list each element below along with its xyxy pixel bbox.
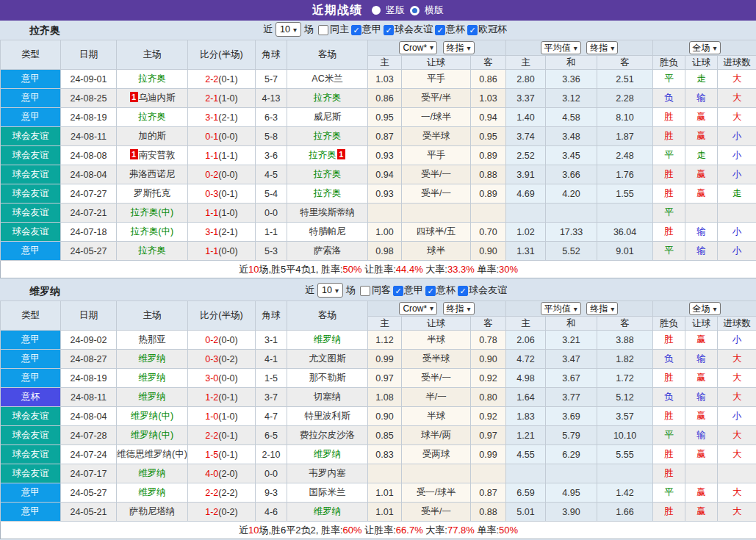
recent-count-select[interactable]: 10▾ bbox=[317, 283, 343, 298]
page: 近期战绩 竖版 横版 拉齐奥 近 10▾ 场 同主 ✓意甲✓球会友谊✓意杯✓欧冠… bbox=[0, 0, 756, 540]
away-team: 尤文图斯 bbox=[287, 350, 368, 369]
same-venue-checkbox[interactable] bbox=[318, 25, 328, 35]
average-final-select[interactable]: 终指▾ bbox=[586, 41, 618, 54]
goals-result-cell: 大 bbox=[718, 445, 756, 464]
league-checkbox-球会友谊[interactable]: ✓ bbox=[458, 286, 468, 296]
summary-stat-value: 50% bbox=[499, 525, 518, 536]
goals-result-cell: 大 bbox=[718, 350, 756, 369]
avg-away-odds: 1.87 bbox=[597, 127, 653, 146]
match-date: 24-08-11 bbox=[61, 388, 117, 407]
horizontal-layout-radio[interactable] bbox=[410, 6, 420, 15]
average-select[interactable]: 平均值▾ bbox=[541, 41, 581, 54]
avg-draw-odds: 3.45 bbox=[546, 146, 597, 165]
halftime-score: (0-2) bbox=[218, 354, 237, 364]
avg-away-odds: 2.48 bbox=[597, 146, 653, 165]
summary-text: 让胜率: bbox=[362, 525, 396, 536]
away-team-name: 那不勒斯 bbox=[309, 372, 346, 383]
league-checkbox-欧冠杯[interactable]: ✓ bbox=[467, 25, 478, 35]
away-team: 维罗纳 bbox=[287, 445, 368, 464]
corner-score: 6-5 bbox=[256, 426, 287, 445]
avg-draw-odds: 3.77 bbox=[546, 388, 597, 407]
col-type: 类型 bbox=[1, 40, 61, 70]
score-cell: 0-1(0-0) bbox=[188, 127, 256, 146]
league-badge: 球会友谊 bbox=[1, 127, 61, 146]
summary-stat-value: 10 bbox=[248, 525, 259, 536]
average-select[interactable]: 平均值▾ bbox=[541, 302, 581, 315]
bookmaker-select[interactable]: Crow*▾ bbox=[399, 302, 437, 315]
home-team: 拉齐奥 bbox=[117, 108, 188, 127]
summary-text: 场,胜6平2负2, 胜率: bbox=[259, 525, 342, 536]
away-team-name: 切塞纳 bbox=[314, 392, 342, 402]
same-venue-checkbox[interactable] bbox=[360, 286, 370, 296]
league-checkbox-球会友谊[interactable]: ✓ bbox=[384, 25, 394, 35]
vertical-layout-radio[interactable] bbox=[372, 6, 381, 15]
away-team-name: 维罗纳 bbox=[314, 334, 342, 345]
home-team: 弗洛西诺尼 bbox=[117, 165, 188, 184]
avg-home-odds: 1.40 bbox=[506, 108, 546, 127]
odds-away: 0.80 bbox=[471, 388, 506, 407]
recent-count-select[interactable]: 10▾ bbox=[276, 22, 301, 37]
handicap-line: 受半/一 bbox=[402, 184, 471, 204]
fulltime-select[interactable]: 全场▾ bbox=[689, 302, 721, 315]
odds-away: 0.94 bbox=[471, 108, 506, 127]
bookmaker-final-select[interactable]: 终指▾ bbox=[443, 41, 475, 54]
away-team: 切塞纳 bbox=[287, 388, 368, 407]
col-avg-draw: 和 bbox=[546, 56, 597, 70]
league-filters: ✓意甲✓球会友谊✓意杯✓欧冠杯 bbox=[349, 23, 507, 36]
bookmaker-select-cell: Crow*▾ 终指▾ bbox=[368, 40, 506, 56]
away-team: 维罗纳 bbox=[287, 503, 368, 522]
odds-home: 0.94 bbox=[368, 165, 402, 184]
score-cell: 2-1(1-0) bbox=[188, 89, 256, 108]
score-cell: 0-2(0-0) bbox=[188, 331, 256, 350]
bookmaker-final-select[interactable]: 终指▾ bbox=[443, 302, 475, 315]
result-cell: 胜 bbox=[653, 331, 685, 350]
handicap-result-cell: 输 bbox=[685, 89, 718, 108]
fulltime-select-cell: 全场▾ bbox=[653, 40, 756, 56]
avg-home-odds: 2.52 bbox=[506, 146, 546, 165]
league-badge: 球会友谊 bbox=[1, 445, 61, 464]
away-team-name: 国际米兰 bbox=[309, 487, 346, 497]
match-date: 24-07-27 bbox=[61, 184, 117, 204]
score-cell: 0-3(0-2) bbox=[188, 350, 256, 369]
avg-draw-odds: 6.29 bbox=[546, 445, 597, 464]
score-cell: 2-2(2-2) bbox=[188, 483, 256, 503]
match-row: 球会友谊24-08-04弗洛西诺尼0-2(0-0)4-5拉齐奥0.94受半/一0… bbox=[1, 165, 756, 184]
average-select-cell: 平均值▾ 终指▾ bbox=[506, 40, 653, 56]
odds-home: 0.97 bbox=[368, 369, 402, 388]
league-checkbox-意杯[interactable]: ✓ bbox=[435, 25, 445, 35]
avg-draw-odds bbox=[546, 204, 597, 223]
bookmaker-select[interactable]: Crow*▾ bbox=[399, 41, 437, 54]
home-team: 维罗纳 bbox=[117, 464, 188, 483]
league-checkbox-label: 意甲 bbox=[404, 284, 423, 297]
goals-result-cell: 大 bbox=[718, 426, 756, 445]
home-team-name: 维罗纳 bbox=[138, 392, 166, 402]
avg-away-odds: 5.55 bbox=[597, 445, 653, 464]
league-checkbox-label: 球会友谊 bbox=[395, 23, 433, 36]
average-final-select[interactable]: 终指▾ bbox=[586, 302, 618, 315]
fulltime-select[interactable]: 全场▾ bbox=[689, 41, 721, 54]
league-checkbox-意杯[interactable]: ✓ bbox=[425, 286, 436, 296]
away-team: 韦罗内塞 bbox=[287, 464, 368, 483]
avg-draw-odds bbox=[546, 464, 597, 483]
league-checkbox-意甲[interactable]: ✓ bbox=[393, 286, 403, 296]
halftime-score: (0-1) bbox=[218, 392, 237, 403]
corner-score: 5-4 bbox=[256, 184, 287, 204]
result-cell: 平 bbox=[653, 242, 685, 261]
odds-away: 0.86 bbox=[471, 70, 506, 89]
match-row: 意甲24-08-251乌迪内斯2-1(1-0)4-13拉齐奥0.86受平/半1.… bbox=[1, 89, 756, 108]
score-cell: 3-0(0-0) bbox=[188, 369, 256, 388]
corner-score: 9-3 bbox=[256, 483, 287, 503]
match-date: 24-09-02 bbox=[61, 331, 117, 350]
games-label: 场 bbox=[304, 23, 314, 36]
goals-result-cell bbox=[718, 204, 756, 223]
home-team: 维罗纳 bbox=[117, 350, 188, 369]
match-date: 24-08-04 bbox=[61, 407, 117, 426]
fulltime-score: 1-5 bbox=[205, 450, 218, 460]
col-home: 主场 bbox=[117, 40, 188, 70]
goals-result-cell: 小 bbox=[718, 165, 756, 184]
fulltime-score: 2-2 bbox=[205, 74, 218, 84]
summary-text: 单率: bbox=[475, 525, 499, 536]
league-checkbox-意甲[interactable]: ✓ bbox=[351, 25, 361, 35]
corner-score: 5-3 bbox=[256, 242, 287, 261]
fulltime-score: 1-2 bbox=[205, 507, 218, 517]
